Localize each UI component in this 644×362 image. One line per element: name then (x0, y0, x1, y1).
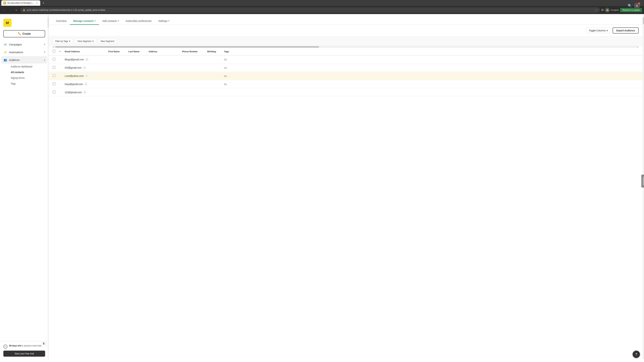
refresh-button[interactable]: ↻ (14, 8, 19, 12)
sidebar-scrollbar (48, 14, 48, 359)
bookmark-icon[interactable]: ☆ (595, 8, 598, 11)
audience-chevron: ▴ (44, 59, 45, 61)
new-segment-button[interactable]: New Segment (98, 38, 117, 44)
sidebar: M ✏️ Create 📧 Campaigns ▾ ⚡ Automations … (0, 14, 49, 359)
sidebar-item-automations[interactable]: ⚡ Automations ▾ (1, 48, 47, 56)
column-header-lastname[interactable]: Last Name (128, 50, 148, 53)
trial-days: 89 days left (9, 345, 21, 347)
back-button[interactable]: ‹ (2, 8, 7, 12)
view-segment-chevron: ▾ (92, 40, 94, 42)
main-content: 🔍 S 1 Overview Manage contacts ▾ Add con… (49, 14, 643, 359)
row-checkbox-1[interactable] (53, 58, 58, 61)
audience-sub-nav: Audience dashboard All contacts Signup f… (1, 64, 47, 86)
campaigns-chevron: ▾ (44, 43, 45, 45)
svg-text:M: M (6, 21, 9, 25)
column-header-address[interactable]: Address (148, 50, 182, 53)
toggle-columns-button[interactable]: Toggle Columns ▾ (586, 28, 611, 33)
column-header-email[interactable]: Email Address (65, 50, 108, 53)
sidebar-top: M ✏️ Create (0, 14, 48, 41)
create-button[interactable]: ✏️ Create (3, 30, 45, 37)
sidebar-item-all-contacts[interactable]: All contacts (9, 69, 47, 75)
sidebar-item-campaigns[interactable]: 📧 Campaigns ▾ (1, 41, 47, 48)
address-bar[interactable]: 🔒 us21.admin.mailchimp.com/lists/members… (20, 7, 600, 13)
sidebar-footer: ⏱ 89 days left to access a free trial. S… (0, 341, 48, 359)
row-tags-3: Cu (224, 75, 639, 77)
sidebar-item-tags[interactable]: Tags (9, 81, 47, 86)
row-email-5: 123@gmail.com › (65, 91, 108, 94)
sidebar-collapse-button[interactable] (42, 341, 46, 346)
tab-subscriber-preferences[interactable]: Subscriber preferences (122, 17, 155, 25)
column-header-tags[interactable]: Tags (224, 50, 639, 53)
start-trial-button[interactable]: Start your free trial (3, 351, 45, 357)
help-button[interactable]: ? (632, 351, 640, 358)
automations-icon: ⚡ (3, 50, 8, 54)
incognito-icon: 🕵 (605, 8, 610, 12)
create-label: Create (22, 32, 31, 35)
row-expand-arrow-4[interactable]: › (84, 82, 88, 86)
tab-overview[interactable]: Overview (53, 17, 70, 25)
column-header-firstname[interactable]: First Name (108, 50, 128, 53)
table-row[interactable]: Bingo@gmail.com › Cu (49, 55, 643, 64)
mailchimp-logo: M (3, 19, 45, 27)
feedback-tab[interactable]: Feedback (642, 175, 644, 188)
filter-by-tags-label: Filter by Tags (55, 40, 68, 42)
toggle-columns-label: Toggle Columns (589, 29, 606, 32)
pencil-icon: ✏️ (18, 32, 21, 35)
table-row[interactable]: heya@gmail.com › Cu (49, 80, 643, 88)
audience-icon: 👥 (3, 58, 8, 62)
toolbar: Toggle Columns ▾ Export Audience (49, 25, 643, 36)
filter-by-tags-button[interactable]: Filter by Tags ▾ (53, 38, 73, 44)
row-email-2: Girl@gmail.com › (65, 66, 108, 69)
row-tags-4: Cu (224, 83, 639, 85)
inactive-tab: + (41, 0, 48, 6)
row-expand-arrow-2[interactable]: › (83, 66, 86, 69)
row-checkbox-3[interactable] (53, 74, 58, 78)
row-expand-arrow-5[interactable]: › (83, 91, 86, 94)
column-header-birthday[interactable]: Birthday (207, 50, 224, 53)
tab-close-button[interactable]: ✕ (36, 2, 38, 4)
manage-contacts-chevron: ▾ (94, 20, 96, 22)
row-email-1: Bingo@gmail.com › (65, 58, 108, 61)
url-text: us21.admin.mailchimp.com/lists/members/#… (27, 9, 594, 11)
row-checkbox-4[interactable] (53, 82, 58, 86)
column-header-phone[interactable]: Phone Number (182, 50, 207, 53)
automations-chevron: ▾ (44, 51, 45, 53)
campaigns-label: Campaigns (9, 43, 42, 46)
horizontal-scrollbar[interactable]: ◂ ▸ (53, 46, 639, 48)
tab-add-contacts[interactable]: Add contacts ▾ (99, 17, 122, 25)
scroll-thumb (55, 46, 319, 48)
active-browser-tab[interactable]: M All subscribers of Moodjoy | Ma... ✕ (1, 0, 40, 6)
scroll-left-arrow[interactable]: ◂ (53, 46, 54, 48)
browser-tab-bar: M All subscribers of Moodjoy | Ma... ✕ + (0, 0, 644, 6)
row-expand-arrow-1[interactable]: › (85, 58, 88, 61)
table-row[interactable]: Girl@gmail.com › Cu (49, 64, 643, 72)
forward-button[interactable]: › (8, 8, 13, 12)
sidebar-nav: 📧 Campaigns ▾ ⚡ Automations ▾ 👥 Audience… (0, 41, 48, 341)
extensions-icon[interactable]: ⧉ (602, 8, 604, 12)
tab-title: All subscribers of Moodjoy | Ma... (8, 2, 34, 4)
trial-message: to access a free trial. (22, 345, 42, 347)
sidebar-item-audience-dashboard[interactable]: Audience dashboard (9, 64, 47, 69)
trial-clock-icon: ⏱ (3, 345, 8, 349)
tab-favicon: M (3, 2, 6, 4)
export-audience-button[interactable]: Export Audience (613, 27, 639, 33)
sort-chevron: ▾ (59, 50, 60, 53)
header-checkbox-cell (53, 50, 58, 53)
svg-rect-2 (43, 343, 44, 345)
row-checkbox-5[interactable] (53, 91, 58, 94)
tab-manage-contacts[interactable]: Manage contacts ▾ (70, 17, 99, 25)
select-all-checkbox[interactable] (53, 50, 55, 52)
sidebar-item-audience[interactable]: 👥 Audience ▴ (1, 56, 47, 63)
right-scrollbar-thumb (643, 17, 644, 24)
svg-rect-3 (44, 343, 45, 345)
view-segment-button[interactable]: View Segment ▾ (75, 38, 96, 44)
audience-label: Audience (9, 58, 42, 61)
table-row[interactable]: 123@gmail.com › (49, 88, 643, 96)
tab-settings[interactable]: Settings ▾ (155, 17, 173, 25)
row-expand-arrow-3[interactable]: › (85, 74, 88, 78)
scroll-right-arrow[interactable]: ▸ (638, 46, 638, 48)
table-row[interactable]: Love@yahoo.com › Cu (49, 72, 643, 80)
sidebar-item-signup-forms[interactable]: Signup forms (9, 75, 47, 81)
incognito-badge: 🕵 Incognito (605, 8, 619, 12)
row-checkbox-2[interactable] (53, 66, 58, 69)
